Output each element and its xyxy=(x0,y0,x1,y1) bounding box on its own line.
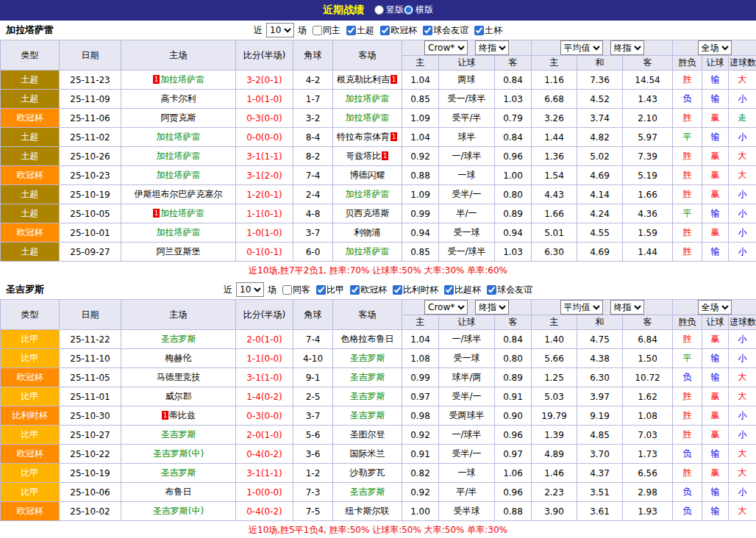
team-name-link[interactable]: 圣图尔登 xyxy=(350,429,385,440)
team-name-link[interactable]: 高卡尔利 xyxy=(161,93,196,104)
match-count-select[interactable]: 10 xyxy=(266,23,294,37)
team-name-link[interactable]: 蒂比兹 xyxy=(169,410,196,420)
league-label[interactable]: 土超 xyxy=(1,243,60,262)
layout-option[interactable]: 横版 xyxy=(404,4,433,16)
match-score[interactable]: 1-0(1-0) xyxy=(236,90,293,109)
league-label[interactable]: 比甲 xyxy=(1,349,60,368)
filter-checkbox[interactable]: 球会友谊 xyxy=(423,24,468,37)
league-label[interactable]: 欧冠杯 xyxy=(1,109,60,128)
team-name-link[interactable]: 加拉塔萨雷 xyxy=(346,246,390,257)
league-label[interactable]: 比甲 xyxy=(1,464,60,483)
scope-select[interactable]: 全场 xyxy=(698,300,732,315)
team-name-link[interactable]: 阿兰亚斯堡 xyxy=(157,246,201,257)
team-name-link[interactable]: 圣吉罗斯(中) xyxy=(153,506,204,516)
team-name-link[interactable]: 根克勒比利吉 xyxy=(337,74,390,85)
final-odds-select[interactable]: 终指 xyxy=(475,300,509,315)
team-name-link[interactable]: 加拉塔萨雷 xyxy=(346,93,390,104)
match-score[interactable]: 0-0(0-0) xyxy=(236,128,293,147)
team-name-link[interactable]: 加拉塔萨雷 xyxy=(160,74,204,85)
league-label[interactable]: 土超 xyxy=(1,185,60,204)
league-label[interactable]: 比甲 xyxy=(1,330,60,349)
final-odds-select[interactable]: 终指 xyxy=(610,40,644,55)
layout-radio-selected[interactable] xyxy=(404,5,413,15)
league-label[interactable]: 土超 xyxy=(1,90,60,109)
filter-checkbox[interactable]: 比利时杯 xyxy=(393,284,438,296)
league-label[interactable]: 欧冠杯 xyxy=(1,368,60,387)
team-name-link[interactable]: 加拉塔萨雷 xyxy=(346,112,390,123)
checkbox[interactable] xyxy=(346,26,356,35)
league-label[interactable]: 比甲 xyxy=(1,426,60,445)
team-name-link[interactable]: 色格拉布鲁日 xyxy=(341,334,394,344)
match-score[interactable]: 2-0(1-0) xyxy=(236,426,293,445)
team-name-link[interactable]: 特拉布宗体育 xyxy=(337,132,390,142)
team-name-link[interactable]: 沙勒罗瓦 xyxy=(350,467,385,478)
average-odds-select[interactable]: 平均值 xyxy=(560,300,603,315)
team-name-link[interactable]: 威尔郡 xyxy=(165,391,192,401)
team-name-link[interactable]: 圣吉罗斯 xyxy=(350,410,385,420)
checkbox[interactable] xyxy=(316,285,326,295)
team-name-link[interactable]: 圣吉罗斯 xyxy=(350,353,385,363)
team-name-link[interactable]: 纽卡斯尔联 xyxy=(346,506,390,516)
filter-checkbox[interactable]: 球会友谊 xyxy=(487,284,532,296)
league-label[interactable]: 土超 xyxy=(1,128,60,147)
filter-checkbox[interactable]: 同主 xyxy=(313,24,340,37)
final-odds-select[interactable]: 终指 xyxy=(610,300,644,315)
match-score[interactable]: 1-0(1-0) xyxy=(236,223,293,243)
match-score[interactable]: 3-1(1-1) xyxy=(236,464,293,483)
match-score[interactable]: 2-0(1-0) xyxy=(236,330,293,349)
team-name-link[interactable]: 布鲁日 xyxy=(165,487,192,497)
final-odds-select[interactable]: 终指 xyxy=(475,40,509,55)
match-count-select[interactable]: 10 xyxy=(236,282,264,297)
league-label[interactable]: 比甲 xyxy=(1,387,60,406)
team-name-link[interactable]: 圣吉罗斯 xyxy=(350,487,385,497)
league-label[interactable]: 比甲 xyxy=(1,483,60,502)
team-name-link[interactable]: 马德里竞技 xyxy=(157,372,201,382)
layout-option[interactable]: 竖版 xyxy=(374,4,404,16)
team-name-link[interactable]: 加拉塔萨雷 xyxy=(160,208,204,218)
league-label[interactable]: 欧冠杯 xyxy=(1,223,60,243)
match-score[interactable]: 0-1(0-1) xyxy=(236,243,293,262)
filter-checkbox[interactable]: 同客 xyxy=(282,284,310,296)
team-name-link[interactable]: 加拉塔萨雷 xyxy=(157,227,201,237)
team-name-link[interactable]: 加拉塔萨雷 xyxy=(157,170,201,180)
checkbox[interactable] xyxy=(313,26,322,35)
team-name-link[interactable]: 国际米兰 xyxy=(350,448,385,459)
league-label[interactable]: 欧冠杯 xyxy=(1,445,60,464)
checkbox[interactable] xyxy=(423,26,432,35)
bookmaker-select[interactable]: Crow* xyxy=(424,40,468,55)
bookmaker-select[interactable]: Crow* xyxy=(424,300,468,315)
scope-select[interactable]: 全场 xyxy=(698,40,732,55)
team-name-link[interactable]: 加拉塔萨雷 xyxy=(346,189,390,199)
checkbox[interactable] xyxy=(444,285,454,295)
match-score[interactable]: 1-0(0-0) xyxy=(236,483,293,502)
filter-checkbox[interactable]: 土杯 xyxy=(474,24,502,37)
match-score[interactable]: 1-4(0-2) xyxy=(236,387,293,406)
match-score[interactable]: 0-4(0-2) xyxy=(236,502,293,521)
team-name-link[interactable]: 博德闪耀 xyxy=(350,170,385,180)
layout-radio[interactable] xyxy=(374,5,384,15)
team-name-link[interactable]: 圣吉罗斯(中) xyxy=(153,448,204,459)
match-score[interactable]: 1-1(0-0) xyxy=(236,349,293,368)
team-name-link[interactable]: 圣吉罗斯 xyxy=(161,429,196,440)
checkbox[interactable] xyxy=(393,285,402,295)
team-name-link[interactable]: 利物浦 xyxy=(354,227,381,237)
team-name-link[interactable]: 伊斯坦布尔巴萨克塞尔 xyxy=(135,189,223,199)
filter-checkbox[interactable]: 比甲 xyxy=(316,284,344,296)
match-score[interactable]: 0-4(0-2) xyxy=(236,445,293,464)
match-score[interactable]: 3-1(2-0) xyxy=(236,166,293,185)
match-score[interactable]: 1-1(0-1) xyxy=(236,204,293,223)
match-score[interactable]: 3-1(1-0) xyxy=(236,368,293,387)
filter-checkbox[interactable]: 欧冠杯 xyxy=(350,284,387,296)
match-score[interactable]: 3-2(0-1) xyxy=(236,71,293,90)
league-label[interactable]: 欧冠杯 xyxy=(1,502,60,521)
checkbox[interactable] xyxy=(487,285,496,295)
team-name-link[interactable]: 圣吉罗斯 xyxy=(161,334,196,344)
league-label[interactable]: 土超 xyxy=(1,147,60,166)
match-score[interactable]: 1-2(0-1) xyxy=(236,185,293,204)
match-score[interactable]: 3-1(1-1) xyxy=(236,147,293,166)
team-name-link[interactable]: 加拉塔萨雷 xyxy=(157,132,201,142)
filter-checkbox[interactable]: 欧冠杯 xyxy=(380,24,417,37)
checkbox[interactable] xyxy=(474,26,484,35)
team-name-link[interactable]: 梅赫伦 xyxy=(165,353,192,363)
league-label[interactable]: 欧冠杯 xyxy=(1,166,60,185)
